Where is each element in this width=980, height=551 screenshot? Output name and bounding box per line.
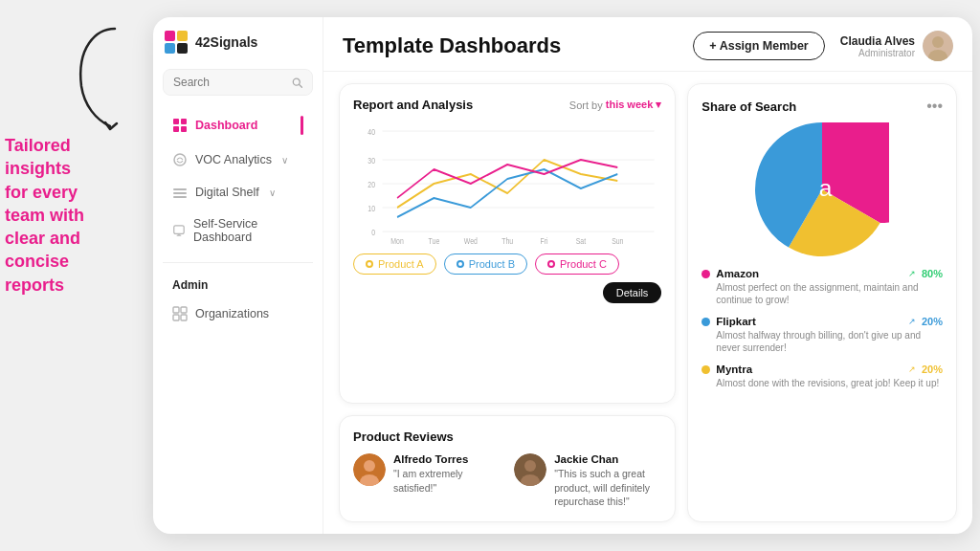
user-info: Claudia Alves Administrator (840, 31, 953, 61)
review-item-1: Jackie Chan "This is such a great produc… (514, 453, 661, 508)
report-panel: Report and Analysis Sort by this week ▾ (339, 83, 676, 404)
review-items: Alfredo Torres "I am extremely satisfied… (353, 453, 661, 508)
review-name-0: Alfredo Torres (393, 453, 501, 465)
user-name: Claudia Alves (840, 34, 915, 48)
myntra-brand: Myntra (716, 364, 902, 375)
voc-icon (172, 152, 188, 167)
sidebar-item-self-service[interactable]: Self-Service Dashboard (163, 210, 313, 251)
sidebar-item-organizations[interactable]: Organizations (163, 299, 313, 328)
svg-text:Wed: Wed (464, 236, 478, 246)
sos-item-myntra: Myntra ↗ 20% Almost done with the revisi… (702, 364, 943, 389)
review-text-0: "I am extremely satisfied!" (393, 467, 501, 494)
review-body-0: Alfredo Torres "I am extremely satisfied… (393, 453, 501, 494)
svg-text:Sun: Sun (612, 236, 623, 246)
flipkart-desc: Almost halfway through billing, don't gi… (716, 329, 943, 354)
myntra-dot (702, 365, 710, 374)
svg-rect-13 (173, 196, 187, 198)
sidebar-item-organizations-label: Organizations (195, 307, 269, 320)
flipkart-trend: ↗ (908, 317, 916, 326)
user-text: Claudia Alves Administrator (840, 34, 915, 58)
sos-list: Amazon ↗ 80% Almost perfect on the assig… (702, 268, 943, 389)
chart-container: 40 30 20 10 0 Mon Tue Wed Thu (353, 121, 661, 246)
panels-row: Report and Analysis Sort by this week ▾ (323, 72, 972, 534)
legend-product-b[interactable]: Product B (444, 253, 527, 275)
user-role: Administrator (840, 48, 915, 58)
legend-c-label: Product C (560, 258, 607, 270)
svg-line-5 (299, 84, 301, 87)
page-title: Template Dashboards (343, 33, 678, 58)
myntra-trend: ↗ (908, 364, 916, 374)
svg-text:10: 10 (368, 204, 375, 213)
search-input[interactable] (173, 76, 286, 89)
legend-product-c[interactable]: Product C (535, 253, 619, 275)
sos-menu-button[interactable]: ••• (926, 98, 943, 115)
sidebar-item-self-service-label: Self-Service Dashboard (193, 217, 303, 244)
svg-text:Fri: Fri (541, 236, 548, 246)
review-avatar-0 (353, 453, 386, 486)
product-b-dot (457, 260, 464, 268)
flipkart-brand: Flipkart (716, 316, 902, 327)
avatar-image (923, 31, 953, 61)
sos-item-amazon: Amazon ↗ 80% Almost perfect on the assig… (702, 268, 943, 306)
svg-rect-8 (173, 126, 179, 132)
sidebar-item-voc[interactable]: VOC Analytics ∨ (163, 145, 313, 174)
svg-text:Thu: Thu (501, 236, 513, 246)
svg-rect-11 (173, 188, 187, 190)
review-name-1: Jackie Chan (554, 453, 661, 465)
svg-text:40: 40 (368, 127, 375, 137)
svg-rect-20 (181, 315, 187, 320)
report-title: Report and Analysis (353, 98, 569, 112)
pie-container: a (702, 122, 943, 256)
svg-text:Mon: Mon (390, 236, 403, 246)
review-text-1: "This is such a great product, will defi… (554, 467, 661, 508)
svg-point-42 (364, 460, 375, 472)
sidebar-item-digital-shelf-label: Digital Shelf (195, 186, 259, 199)
sos-panel: Share of Search ••• (687, 83, 957, 522)
outer-wrapper: Tailored insights for every team with cl… (0, 0, 980, 551)
search-box[interactable] (163, 69, 313, 96)
logo-icon (163, 29, 189, 55)
svg-rect-14 (174, 226, 184, 234)
svg-text:Tue: Tue (429, 236, 440, 246)
svg-text:30: 30 (368, 156, 375, 165)
legend-product-a[interactable]: Product A (353, 253, 436, 275)
amazon-trend: ↗ (908, 269, 916, 278)
flipkart-dot (702, 318, 710, 326)
svg-text:0: 0 (371, 228, 375, 237)
header-row: Template Dashboards + Assign Member Clau… (323, 17, 972, 72)
digital-shelf-chevron: ∨ (269, 187, 276, 198)
product-c-dot (547, 260, 555, 268)
digital-shelf-icon (172, 185, 188, 200)
svg-rect-6 (173, 119, 179, 124)
search-icon (292, 77, 302, 89)
legend-a-label: Product A (378, 258, 424, 270)
amazon-pct: 80% (922, 268, 943, 279)
voc-chevron: ∨ (281, 155, 288, 165)
details-button[interactable]: Details (603, 282, 662, 303)
flipkart-pct: 20% (922, 316, 943, 327)
sos-header: Share of Search ••• (702, 98, 943, 115)
review-avatar-1 (514, 453, 546, 486)
review-item-0: Alfredo Torres "I am extremely satisfied… (353, 453, 501, 508)
sidebar-item-digital-shelf[interactable]: Digital Shelf ∨ (163, 178, 313, 207)
assign-member-button[interactable]: + Assign Member (693, 32, 824, 60)
svg-rect-17 (173, 307, 179, 313)
sos-item-flipkart-header: Flipkart ↗ 20% (702, 316, 943, 327)
main-content: Template Dashboards + Assign Member Clau… (323, 17, 972, 534)
chart-svg: 40 30 20 10 0 Mon Tue Wed Thu (353, 121, 661, 246)
sidebar: 42Signals (153, 17, 323, 534)
legend-b-label: Product B (469, 258, 515, 270)
sort-label: Sort by (569, 99, 606, 111)
organizations-icon (172, 306, 188, 321)
product-a-dot (366, 260, 373, 268)
reviews-panel: Product Reviews (339, 415, 676, 522)
left-panels: Report and Analysis Sort by this week ▾ (339, 83, 676, 522)
svg-rect-2 (165, 43, 175, 54)
sidebar-item-dashboard[interactable]: Dashboard (163, 109, 313, 142)
svg-point-22 (932, 36, 944, 48)
myntra-pct: 20% (922, 364, 943, 375)
sort-value[interactable]: this week ▾ (606, 99, 662, 111)
reviews-panel-header: Product Reviews (353, 430, 661, 444)
svg-text:20: 20 (368, 180, 375, 189)
svg-text:Sat: Sat (576, 236, 587, 246)
